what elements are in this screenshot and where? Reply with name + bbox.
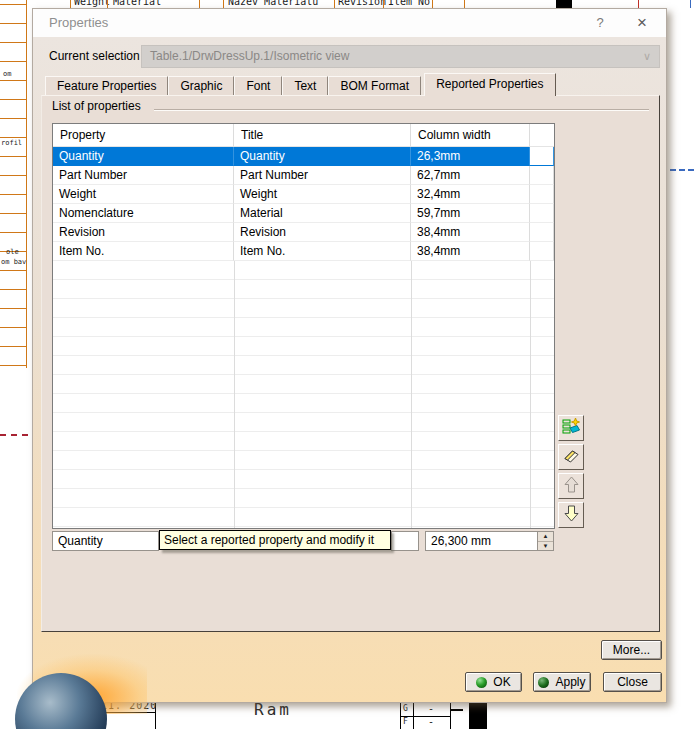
properties-table[interactable]: Property Title Column width Quantity Qua… (52, 123, 555, 529)
cad-bottom-titleblock: 24. 11. 2020 0498501 m MTb Ram G - F - (0, 700, 694, 729)
cell-spacer (530, 185, 554, 204)
spin-buttons: ▲ ▼ (537, 532, 553, 550)
close-icon[interactable]: × (626, 9, 658, 37)
tab-bom-format[interactable]: BOM Format (328, 76, 421, 96)
tab-feature-properties[interactable]: Feature Properties (45, 76, 168, 96)
cad-top-table-strip: Weight Material Nazev Materialu Revision… (0, 0, 694, 8)
chevron-down-icon: ∨ (643, 46, 651, 67)
apply-button-label: Apply (555, 673, 585, 691)
cad-left-label: ole (6, 248, 19, 256)
dialog-titlebar[interactable]: Properties ? × (33, 9, 666, 37)
cad-vline (107, 0, 108, 8)
table-row[interactable]: Weight Weight 32,4mm (53, 185, 554, 204)
cell-property: Item No. (53, 242, 234, 261)
cell-width: 32,4mm (411, 185, 530, 204)
cad-left-table-strip: om rofil ole om bav (0, 0, 28, 368)
apply-sphere-icon (538, 677, 549, 688)
group-label: List of properties (52, 99, 141, 113)
column-width-spinner[interactable]: 26,300 mm ▲ ▼ (425, 531, 554, 551)
cad-left-label: om (3, 70, 11, 78)
cad-centerline-red (0, 434, 28, 436)
spin-down-icon[interactable]: ▼ (538, 542, 553, 551)
cell-spacer (530, 223, 554, 242)
cad-black-cell (556, 0, 572, 8)
cad-vline (432, 0, 433, 8)
more-button[interactable]: More... (601, 640, 662, 660)
apply-button[interactable]: Apply (533, 672, 591, 692)
cell-width: 59,7mm (411, 204, 530, 223)
cad-col-nazev: Nazev Materialu (228, 0, 318, 7)
group-etched-line (154, 109, 649, 111)
table-row[interactable]: Item No. Item No. 38,4mm (53, 242, 554, 261)
cell-title: Weight (234, 185, 411, 204)
close-button[interactable]: Close (603, 672, 662, 692)
cell-width: 26,3mm (411, 147, 530, 166)
cad-line (68, 703, 69, 729)
cell-property: Quantity (53, 147, 234, 166)
screen: Weight Material Nazev Materialu Revision… (0, 0, 694, 729)
cad-vline (26, 0, 27, 368)
table-row[interactable]: Nomenclature Material 59,7mm (53, 204, 554, 223)
col-header-property: Property (53, 124, 234, 147)
mini-input[interactable] (391, 531, 419, 551)
dialog-title: Properties (49, 15, 108, 30)
up-arrow-icon (562, 475, 581, 497)
cad-doc-tiny: MTb (71, 721, 82, 728)
cad-doc-no: 0498501 m (71, 713, 98, 719)
cad-vline (223, 0, 224, 8)
spin-up-icon[interactable]: ▲ (538, 532, 553, 542)
tab-graphic[interactable]: Graphic (168, 76, 234, 96)
table-grid-line (234, 261, 235, 528)
cad-left-label: om bav (1, 258, 26, 266)
move-up-button[interactable] (558, 473, 584, 499)
cad-col-material: Material (113, 0, 161, 7)
cad-col-weight: Weight (74, 0, 110, 7)
tab-font[interactable]: Font (234, 76, 282, 96)
property-name-input[interactable]: Quantity (52, 531, 159, 551)
cad-col-revision: Revision (338, 0, 386, 7)
more-button-label: More... (613, 641, 650, 659)
table-grid-line (530, 261, 531, 528)
table-row[interactable]: Revision Revision 38,4mm (53, 223, 554, 242)
current-selection-label: Current selection : (49, 49, 146, 63)
cad-cell-g-value: - (428, 703, 434, 714)
tab-reported-properties[interactable]: Reported Properties (424, 73, 555, 96)
current-selection-value: Table.1/DrwDressUp.1/Isometric view (150, 49, 349, 63)
current-selection-combo[interactable]: Table.1/DrwDressUp.1/Isometric view ∨ (141, 45, 660, 68)
cell-spacer (530, 242, 554, 261)
cell-spacer (530, 204, 554, 223)
cad-cell-f: F (403, 717, 408, 726)
cad-vline-red (638, 0, 639, 8)
tab-text[interactable]: Text (282, 76, 328, 96)
table-row[interactable]: Part Number Part Number 62,7mm (53, 166, 554, 185)
cell-spacer (530, 147, 554, 166)
table-empty-grid (53, 261, 554, 528)
cad-row-lines (0, 4, 27, 366)
add-property-button[interactable] (558, 415, 584, 441)
cad-vline (70, 0, 71, 8)
help-button[interactable]: ? (584, 9, 616, 37)
ok-sphere-icon (476, 677, 487, 688)
cad-vline (199, 0, 200, 8)
eraser-icon (562, 446, 581, 468)
ok-button-label: OK (493, 673, 510, 691)
dialog-body: Current selection : Table.1/DrwDressUp.1… (33, 37, 666, 702)
move-down-button[interactable] (558, 502, 584, 528)
col-header-column-width: Column width (411, 124, 530, 147)
cad-cell-g: G (403, 704, 408, 713)
cad-black-block (469, 702, 487, 729)
remove-property-button[interactable] (558, 444, 584, 470)
cell-title: Revision (234, 223, 411, 242)
cad-vline (334, 0, 335, 8)
table-grid-line (411, 261, 412, 528)
cell-property: Nomenclature (53, 204, 234, 223)
cad-vline-blue (690, 0, 691, 8)
down-arrow-icon (562, 504, 581, 526)
cad-left-label: rofil (1, 139, 22, 147)
ok-button[interactable]: OK (465, 672, 522, 692)
table-row[interactable]: Quantity Quantity 26,3mm (53, 147, 554, 166)
add-property-icon (562, 417, 581, 439)
column-width-value[interactable]: 26,300 mm (426, 532, 537, 550)
cell-width: 38,4mm (411, 242, 530, 261)
tooltip: Select a reported property and modify it (159, 530, 391, 550)
